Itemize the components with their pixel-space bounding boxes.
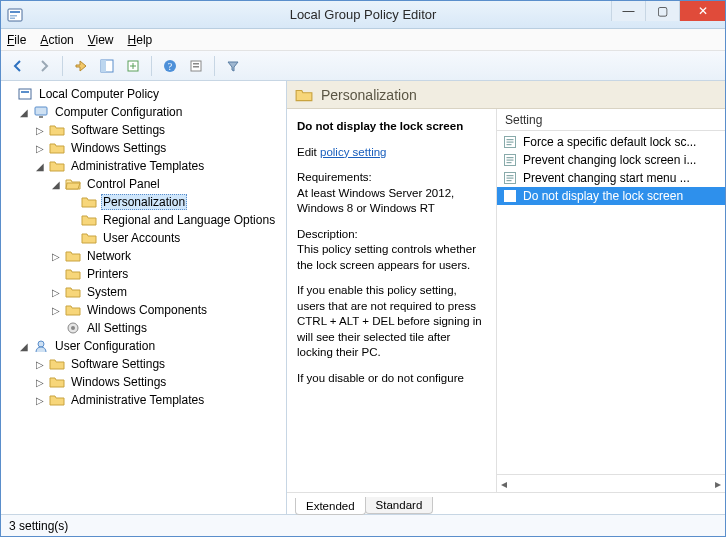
- tree-system[interactable]: ▷System: [51, 283, 284, 301]
- tab-extended[interactable]: Extended: [295, 498, 366, 515]
- tree-regional[interactable]: Regional and Language Options: [67, 211, 284, 229]
- folder-icon: [65, 248, 81, 264]
- policy-icon: [17, 86, 33, 102]
- tree-user-config[interactable]: ◢User Configuration: [19, 337, 284, 355]
- tree-all-settings[interactable]: All Settings: [51, 319, 284, 337]
- expand-icon[interactable]: ▷: [35, 377, 45, 388]
- expand-icon[interactable]: ▷: [35, 125, 45, 136]
- tree-root[interactable]: Local Computer Policy: [3, 85, 284, 103]
- tree-personalization[interactable]: Personalization: [67, 193, 284, 211]
- description-label: Description:: [297, 228, 358, 240]
- tree-uc-admin[interactable]: ▷Administrative Templates: [35, 391, 284, 409]
- minimize-button[interactable]: —: [611, 1, 645, 21]
- folder-icon: [49, 158, 65, 174]
- help-button[interactable]: ?: [159, 55, 181, 77]
- horizontal-scrollbar[interactable]: ◂ ▸: [497, 474, 725, 492]
- folder-icon: [49, 356, 65, 372]
- filter-button[interactable]: [222, 55, 244, 77]
- policy-item-icon: [503, 189, 517, 203]
- settings-list[interactable]: Force a specific default lock sc...Preve…: [497, 131, 725, 474]
- properties-button[interactable]: [185, 55, 207, 77]
- view-tabs: Extended Standard: [287, 492, 725, 514]
- folder-icon: [65, 266, 81, 282]
- tree-software-settings[interactable]: ▷Software Settings: [35, 121, 284, 139]
- description-text-2: If you enable this policy setting, users…: [297, 283, 486, 361]
- settings-list-column: Setting Force a specific default lock sc…: [497, 109, 725, 492]
- tree-windows-settings[interactable]: ▷Windows Settings: [35, 139, 284, 157]
- menu-view[interactable]: View: [88, 33, 114, 47]
- up-button[interactable]: [70, 55, 92, 77]
- menu-bar: File Action View Help: [1, 29, 725, 51]
- svg-point-18: [38, 341, 44, 347]
- close-button[interactable]: ✕: [679, 1, 725, 21]
- svg-rect-15: [39, 116, 43, 118]
- tree-windows-components[interactable]: ▷Windows Components: [51, 301, 284, 319]
- detail-column: Do not display the lock screen Edit poli…: [287, 109, 497, 492]
- right-pane: Personalization Do not display the lock …: [287, 81, 725, 514]
- main-split: Local Computer Policy ◢ Computer Configu…: [1, 81, 725, 514]
- tree-control-panel[interactable]: ◢Control Panel: [51, 175, 284, 193]
- collapse-icon[interactable]: ◢: [51, 179, 61, 190]
- scroll-right-icon[interactable]: ▸: [715, 477, 721, 491]
- tree-printers[interactable]: Printers: [51, 265, 284, 283]
- tree-computer-config[interactable]: ◢ Computer Configuration: [19, 103, 284, 121]
- toolbar-sep: [214, 56, 215, 76]
- expand-icon[interactable]: ▷: [51, 305, 61, 316]
- export-button[interactable]: [122, 55, 144, 77]
- setting-row[interactable]: Prevent changing lock screen i...: [497, 151, 725, 169]
- requirements-text: At least Windows Server 2012, Windows 8 …: [297, 187, 454, 215]
- tree-admin-templates[interactable]: ◢Administrative Templates: [35, 157, 284, 175]
- tree-pane[interactable]: Local Computer Policy ◢ Computer Configu…: [1, 81, 287, 514]
- tree-uc-windows[interactable]: ▷Windows Settings: [35, 373, 284, 391]
- edit-policy-link[interactable]: policy setting: [320, 146, 386, 158]
- menu-help[interactable]: Help: [128, 33, 153, 47]
- back-button[interactable]: [7, 55, 29, 77]
- setting-row[interactable]: Force a specific default lock sc...: [497, 133, 725, 151]
- tree-uc-software[interactable]: ▷Software Settings: [35, 355, 284, 373]
- folder-icon: [295, 86, 313, 104]
- toolbar-sep: [62, 56, 63, 76]
- expand-icon[interactable]: ▷: [51, 287, 61, 298]
- forward-button[interactable]: [33, 55, 55, 77]
- svg-rect-28: [507, 175, 514, 176]
- expand-icon[interactable]: ▷: [51, 251, 61, 262]
- svg-rect-29: [507, 178, 514, 179]
- maximize-button[interactable]: ▢: [645, 1, 679, 21]
- svg-rect-33: [507, 196, 514, 197]
- folder-icon: [65, 284, 81, 300]
- list-column-header[interactable]: Setting: [497, 109, 725, 131]
- show-hide-tree-button[interactable]: [96, 55, 118, 77]
- user-icon: [33, 338, 49, 354]
- svg-rect-13: [21, 91, 29, 93]
- tab-standard[interactable]: Standard: [365, 497, 434, 514]
- collapse-icon[interactable]: ◢: [19, 341, 29, 352]
- svg-rect-20: [507, 139, 514, 140]
- setting-label: Force a specific default lock sc...: [523, 135, 696, 149]
- status-bar: 3 setting(s): [1, 514, 725, 536]
- panel-title: Personalization: [321, 87, 417, 103]
- menu-file[interactable]: File: [7, 33, 26, 47]
- menu-action[interactable]: Action: [40, 33, 73, 47]
- svg-rect-21: [507, 142, 514, 143]
- expand-icon[interactable]: ▷: [35, 395, 45, 406]
- svg-rect-14: [35, 107, 47, 115]
- setting-label: Prevent changing lock screen i...: [523, 153, 696, 167]
- policy-item-icon: [503, 153, 517, 167]
- expand-icon[interactable]: ▷: [35, 359, 45, 370]
- collapse-icon[interactable]: ◢: [35, 161, 45, 172]
- folder-icon: [65, 302, 81, 318]
- computer-icon: [33, 104, 49, 120]
- collapse-icon[interactable]: ◢: [19, 107, 29, 118]
- svg-rect-26: [507, 162, 512, 163]
- scroll-left-icon[interactable]: ◂: [501, 477, 507, 491]
- description-text-1: This policy setting controls whether the…: [297, 243, 476, 271]
- folder-icon: [49, 374, 65, 390]
- tree-user-accounts[interactable]: User Accounts: [67, 229, 284, 247]
- expand-icon[interactable]: ▷: [35, 143, 45, 154]
- selected-setting-title: Do not display the lock screen: [297, 119, 486, 135]
- setting-row[interactable]: Do not display the lock screen: [497, 187, 725, 205]
- folder-icon: [81, 194, 97, 210]
- title-bar: Local Group Policy Editor — ▢ ✕: [1, 1, 725, 29]
- tree-network[interactable]: ▷Network: [51, 247, 284, 265]
- setting-row[interactable]: Prevent changing start menu ...: [497, 169, 725, 187]
